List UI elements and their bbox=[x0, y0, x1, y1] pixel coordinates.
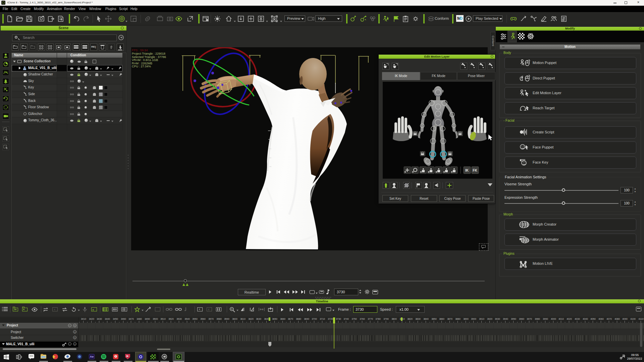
svg-text:USD: USD bbox=[59, 17, 63, 19]
svg-text:FK: FK bbox=[473, 169, 477, 172]
svg-text:FPS : 59.94: FPS : 59.94 bbox=[132, 49, 148, 52]
svg-text:VRAM : 0.8/11.1GB: VRAM : 0.8/11.1GB bbox=[132, 58, 158, 62]
svg-text:CPU : 27.04%: CPU : 27.04% bbox=[132, 65, 151, 68]
svg-text:Project Triangle : 229018: Project Triangle : 229018 bbox=[132, 52, 165, 55]
svg-text:IK: IK bbox=[465, 169, 469, 172]
